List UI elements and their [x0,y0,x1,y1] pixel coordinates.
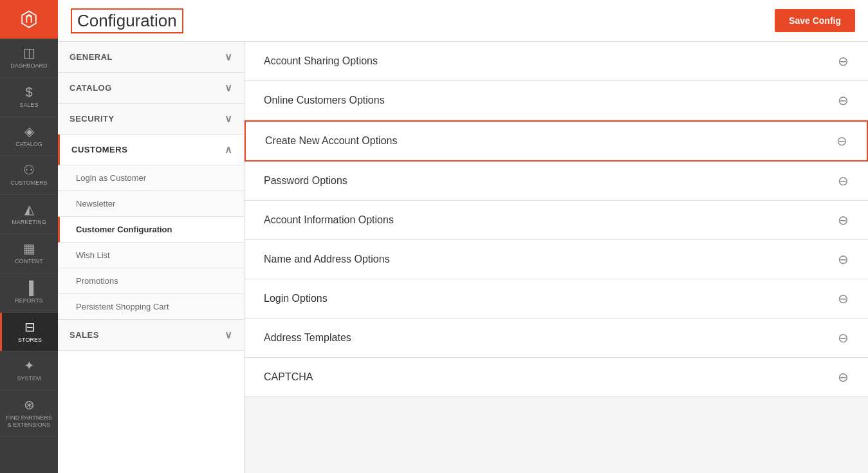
logo[interactable] [0,0,58,39]
customers-icon: ⚇ [23,163,35,176]
panel-row-login-options[interactable]: Login Options⊖ [245,279,868,319]
sidebar-item-label-customers: CUSTOMERS [10,180,47,187]
chevron-down-icon-account-information: ⊖ [838,212,849,228]
sidebar-item-label-catalog: CATALOG [15,141,42,148]
sidebar-item-sales[interactable]: $SALES [0,78,58,117]
panel-row-account-information[interactable]: Account Information Options⊖ [245,201,868,240]
config-subitem-customer-configuration[interactable]: Customer Configuration [58,217,244,243]
config-section-general[interactable]: GENERAL∨ [58,42,244,73]
sidebar-item-label-dashboard: DASHBOARD [10,62,47,70]
config-section-security[interactable]: SECURITY∨ [58,104,244,134]
config-section-catalog[interactable]: CATALOG∨ [58,73,244,104]
config-subitems-customers: Login as CustomerNewsletterCustomer Conf… [58,165,244,320]
sidebar-item-marketing[interactable]: ◭MARKETING [0,195,58,234]
config-section-label-customers: CUSTOMERS [71,145,127,154]
sidebar-item-label-sales: SALES [19,102,38,109]
dashboard-icon: ◫ [23,46,35,59]
panel-row-label-password-options: Password Options [264,175,347,187]
config-subitem-persistent-shopping-cart[interactable]: Persistent Shopping Cart [58,294,244,320]
stores-icon: ⊟ [24,320,35,333]
config-subitem-promotions[interactable]: Promotions [58,268,244,294]
sidebar-item-label-system: SYSTEM [17,375,41,382]
chevron-down-icon-login-options: ⊖ [838,291,849,306]
chevron-down-icon-password-options: ⊖ [838,173,849,189]
catalog-icon: ◈ [24,125,34,138]
sidebar-item-stores[interactable]: ⊟STORES [0,313,58,352]
panel-row-label-captcha: CAPTCHA [264,371,313,383]
config-panel: Account Sharing Options⊖Online Customers… [245,42,868,473]
sidebar-item-label-find-partners: FIND PARTNERS & EXTENSIONS [3,414,55,429]
content-icon: ▦ [23,242,35,255]
config-section-customers[interactable]: CUSTOMERS∧ [58,134,244,165]
sidebar-item-reports[interactable]: ▐REPORTS [0,274,58,313]
chevron-down-icon-create-new-account: ⊖ [836,133,847,149]
panel-row-label-online-customers: Online Customers Options [264,95,385,106]
panel-row-password-options[interactable]: Password Options⊖ [245,162,868,201]
sidebar-item-label-marketing: MARKETING [12,219,46,226]
chevron-down-icon-online-customers: ⊖ [838,93,849,108]
topbar: Configuration Save Config [58,0,868,42]
panel-row-address-templates[interactable]: Address Templates⊖ [245,319,868,358]
reports-icon: ▐ [24,281,33,294]
panel-row-label-account-information: Account Information Options [264,214,394,226]
system-icon: ✦ [24,359,35,372]
content-area: GENERAL∨CATALOG∨SECURITY∨CUSTOMERS∧Login… [58,42,868,473]
config-subitem-login-as-customer[interactable]: Login as Customer [58,165,244,191]
config-subitem-newsletter[interactable]: Newsletter [58,191,244,217]
panel-row-captcha[interactable]: CAPTCHA⊖ [245,358,868,397]
config-section-sales[interactable]: SALES∨ [58,320,244,351]
sidebar-item-dashboard[interactable]: ◫DASHBOARD [0,39,58,78]
sidebar-item-label-content: CONTENT [15,258,43,265]
chevron-down-icon-account-sharing: ⊖ [838,53,849,69]
main-area: Configuration Save Config GENERAL∨CATALO… [58,0,868,473]
save-config-button[interactable]: Save Config [775,9,855,32]
chevron-security-icon: ∨ [225,113,233,125]
sidebar-item-label-reports: REPORTS [15,297,42,304]
sidebar-item-label-stores: STORES [18,337,42,344]
chevron-customers-icon: ∧ [225,144,233,156]
config-section-label-catalog: CATALOG [69,83,112,93]
panel-row-create-new-account[interactable]: Create New Account Options⊖ [245,120,868,162]
sidebar-nav: ◫DASHBOARD$SALES◈CATALOG⚇CUSTOMERS◭MARKE… [0,0,58,473]
panel-row-label-name-address: Name and Address Options [264,254,390,265]
chevron-catalog-icon: ∨ [225,82,233,94]
panel-row-label-create-new-account: Create New Account Options [265,135,397,147]
panel-row-name-address[interactable]: Name and Address Options⊖ [245,240,868,279]
chevron-sales-icon: ∨ [225,329,233,341]
config-section-label-general: GENERAL [69,52,113,62]
panel-row-label-address-templates: Address Templates [264,332,351,344]
sidebar-item-customers[interactable]: ⚇CUSTOMERS [0,156,58,195]
page-title: Configuration [71,8,183,33]
panel-row-account-sharing[interactable]: Account Sharing Options⊖ [245,42,868,81]
sales-icon: $ [25,86,32,98]
sidebar-item-system[interactable]: ✦SYSTEM [0,351,58,391]
panel-row-online-customers[interactable]: Online Customers Options⊖ [245,81,868,120]
config-section-label-security: SECURITY [69,114,115,124]
chevron-down-icon-address-templates: ⊖ [838,330,849,346]
panel-row-label-account-sharing: Account Sharing Options [264,55,378,67]
chevron-down-icon-captcha: ⊖ [838,369,849,385]
config-menu: GENERAL∨CATALOG∨SECURITY∨CUSTOMERS∧Login… [58,42,245,473]
chevron-down-icon-name-address: ⊖ [838,252,849,267]
marketing-icon: ◭ [24,203,34,216]
find-partners-icon: ⊛ [24,398,35,411]
sidebar-item-content[interactable]: ▦CONTENT [0,234,58,274]
chevron-general-icon: ∨ [225,51,233,63]
config-section-label-sales: SALES [69,330,99,340]
panel-row-label-login-options: Login Options [264,293,328,304]
sidebar-item-catalog[interactable]: ◈CATALOG [0,117,58,156]
sidebar-item-find-partners[interactable]: ⊛FIND PARTNERS & EXTENSIONS [0,391,58,437]
config-subitem-wish-list[interactable]: Wish List [58,243,244,268]
